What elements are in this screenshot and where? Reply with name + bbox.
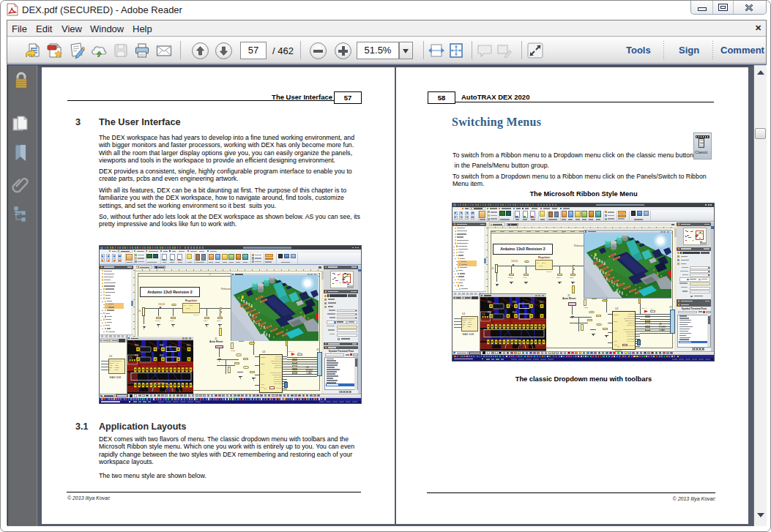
svg-text:R5: R5 [488, 300, 492, 304]
svg-text:R4: R4 [160, 353, 164, 356]
svg-text:R9: R9 [135, 353, 139, 356]
svg-text:R8: R8 [513, 300, 517, 304]
svg-text:R9: R9 [488, 310, 492, 314]
svg-text:RJ: RJ [187, 343, 190, 347]
svg-text:R5: R5 [135, 343, 139, 347]
svg-text:R8: R8 [160, 343, 164, 347]
svg-text:R4: R4 [513, 310, 517, 314]
svg-text:RJ: RJ [540, 300, 543, 304]
svg-text:C4: C4 [151, 382, 155, 386]
svg-text:C6: C6 [129, 356, 133, 359]
svg-text:C4: C4 [504, 340, 508, 343]
svg-text:C6: C6 [482, 313, 485, 316]
